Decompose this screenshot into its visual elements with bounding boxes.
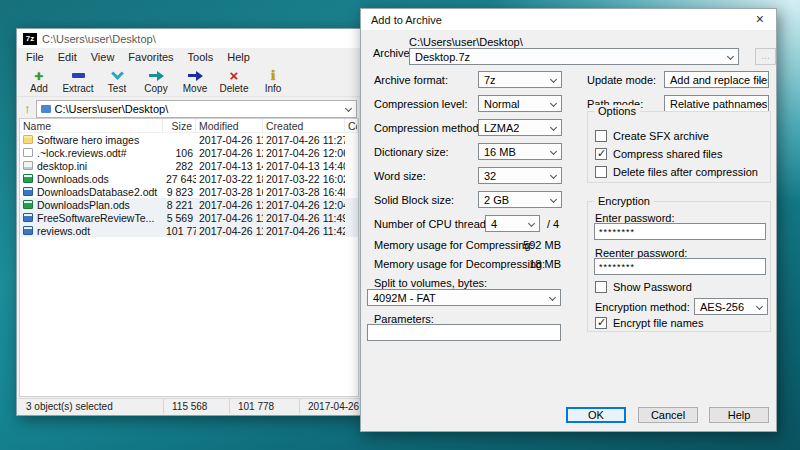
column-size[interactable]: Size (163, 119, 196, 132)
info-i-icon: i (271, 69, 275, 82)
status-date: 2017-04-26 11:42 (300, 399, 360, 414)
encryption-method-select[interactable]: AES-256 (694, 298, 768, 315)
dialog-title: Add to Archive (371, 14, 442, 26)
help-button[interactable]: Help (709, 407, 769, 423)
show-password-checkbox[interactable]: Show Password (595, 281, 692, 293)
add-to-archive-dialog: Add to Archive × Archive: C:\Users\user\… (360, 8, 777, 432)
encrypt-names-checkbox[interactable]: Encrypt file names (595, 317, 703, 329)
encryption-group-title: Encryption (594, 195, 654, 207)
options-group-title: Options (594, 105, 640, 117)
create-sfx-checkbox[interactable]: Create SFX archive (595, 130, 709, 142)
extract-button[interactable]: Extract (60, 67, 96, 95)
table-row[interactable]: FreeSoftwareReviewTe... 5 569 2017-04-26… (20, 211, 358, 224)
delete-x-icon: × (230, 69, 239, 82)
archive-name-combo[interactable]: Desktop.7z (409, 48, 739, 65)
chevron-down-icon (550, 148, 557, 155)
update-mode-select[interactable]: Add and replace files (664, 71, 769, 88)
chevron-down-icon[interactable] (345, 105, 352, 112)
move-button[interactable]: Move (177, 67, 213, 95)
folder-icon (23, 135, 33, 144)
chevron-down-icon (756, 303, 763, 310)
file-list: Name Size Modified Created Comment Softw… (19, 118, 359, 397)
menu-help[interactable]: Help (227, 51, 250, 63)
list-header: Name Size Modified Created Comment (20, 119, 358, 133)
menu-edit[interactable]: Edit (58, 51, 77, 63)
cancel-button[interactable]: Cancel (638, 407, 698, 423)
chevron-down-icon (528, 220, 535, 227)
dictionary-size-select[interactable]: 16 MB (478, 143, 562, 160)
status-total-size: 115 568 (164, 399, 230, 414)
compression-level-select[interactable]: Normal (478, 95, 562, 112)
up-folder-icon[interactable]: ↑ (24, 103, 31, 115)
delete-after-checkbox[interactable]: Delete files after compression (595, 166, 758, 178)
address-path: C:\Users\user\Desktop\ (55, 103, 169, 115)
delete-button[interactable]: × Delete (216, 67, 252, 95)
chevron-down-icon (550, 172, 557, 179)
checkbox-icon (595, 130, 607, 142)
test-button[interactable]: Test (99, 67, 135, 95)
reenter-password-input[interactable]: ******** (594, 258, 766, 275)
table-row[interactable]: Downloads.ods 27 643 2017-03-22 18:46 20… (20, 172, 358, 185)
enter-password-input[interactable]: ******** (594, 223, 766, 240)
menu-view[interactable]: View (91, 51, 115, 63)
checkbox-checked-icon (595, 148, 607, 160)
solid-block-size-select[interactable]: 2 GB (478, 191, 562, 208)
status-focused-size: 101 778 (230, 399, 300, 414)
window-title: C:\Users\user\Desktop\ (42, 33, 156, 45)
compression-level-label: Compression level: (374, 98, 468, 110)
app-icon: 7z (23, 33, 37, 45)
copy-button[interactable]: Copy (138, 67, 174, 95)
memory-decompress-label: Memory usage for Decompressing: (374, 258, 545, 270)
menu-file[interactable]: File (26, 51, 44, 63)
table-row[interactable]: reviews.odt 101 778 2017-04-26 11:42 201… (20, 224, 358, 237)
ods-file-icon (23, 200, 33, 209)
chevron-down-icon (550, 196, 557, 203)
add-button[interactable]: + Add (21, 67, 57, 95)
add-plus-icon: + (35, 69, 44, 83)
menu-bar: File Edit View Favorites Tools Help (17, 48, 361, 65)
menu-favorites[interactable]: Favorites (128, 51, 173, 63)
compression-method-label: Compression method: (374, 122, 482, 134)
column-comment[interactable]: Comment (345, 119, 358, 132)
test-chevron-icon (111, 67, 124, 80)
window-titlebar[interactable]: 7z C:\Users\user\Desktop\ (17, 29, 361, 48)
file-manager-window: 7z C:\Users\user\Desktop\ File Edit View… (16, 28, 362, 416)
parameters-input[interactable] (367, 324, 561, 341)
compress-shared-checkbox[interactable]: Compress shared files (595, 148, 722, 160)
table-row[interactable]: desktop.ini 282 2017-04-13 14:40 2017-04… (20, 159, 358, 172)
chevron-down-icon (550, 124, 557, 131)
odt-file-icon (23, 226, 33, 235)
table-row[interactable]: DownloadsPlan.ods 8 221 2017-04-26 12:04… (20, 198, 358, 211)
status-bar: 3 object(s) selected 115 568 101 778 201… (18, 398, 360, 414)
table-row[interactable]: Software hero images 2017-04-26 11:29 20… (20, 133, 358, 146)
column-created[interactable]: Created (263, 119, 345, 132)
chevron-down-icon (727, 53, 734, 60)
browse-button[interactable]: ... (755, 48, 776, 65)
chevron-down-icon (550, 100, 557, 107)
close-icon[interactable]: × (753, 11, 767, 27)
info-button[interactable]: i Info (255, 67, 291, 95)
word-size-select[interactable]: 32 (478, 167, 562, 184)
cpu-threads-select[interactable]: 4 (485, 215, 540, 232)
menu-tools[interactable]: Tools (188, 51, 214, 63)
split-volumes-select[interactable]: 4092M - FAT (367, 289, 561, 306)
compression-method-select[interactable]: LZMA2 (478, 119, 562, 136)
table-row[interactable]: .~lock.reviews.odt# 106 2017-04-26 12:06… (20, 146, 358, 159)
solid-block-size-label: Solid Block size: (374, 194, 454, 206)
column-modified[interactable]: Modified (196, 119, 263, 132)
archive-format-select[interactable]: 7z (478, 71, 562, 88)
move-arrow-icon (188, 71, 203, 81)
copy-arrow-icon (149, 71, 164, 81)
table-row[interactable]: DownloadsDatabase2.odt 9 823 2017-03-28 … (20, 185, 358, 198)
path-mode-select[interactable]: Relative pathnames (664, 95, 769, 112)
archive-dir: C:\Users\user\Desktop\ (409, 36, 523, 48)
archive-label: Archive: (373, 47, 413, 59)
ok-button[interactable]: OK (566, 407, 626, 423)
dialog-titlebar[interactable]: Add to Archive (361, 9, 776, 30)
ini-file-icon (23, 161, 33, 170)
column-name[interactable]: Name (20, 119, 163, 132)
update-mode-label: Update mode: (587, 74, 656, 86)
odt-file-icon (23, 187, 33, 196)
encryption-method-label: Encryption method: (595, 301, 690, 313)
address-combo[interactable]: C:\Users\user\Desktop\ (36, 100, 358, 118)
